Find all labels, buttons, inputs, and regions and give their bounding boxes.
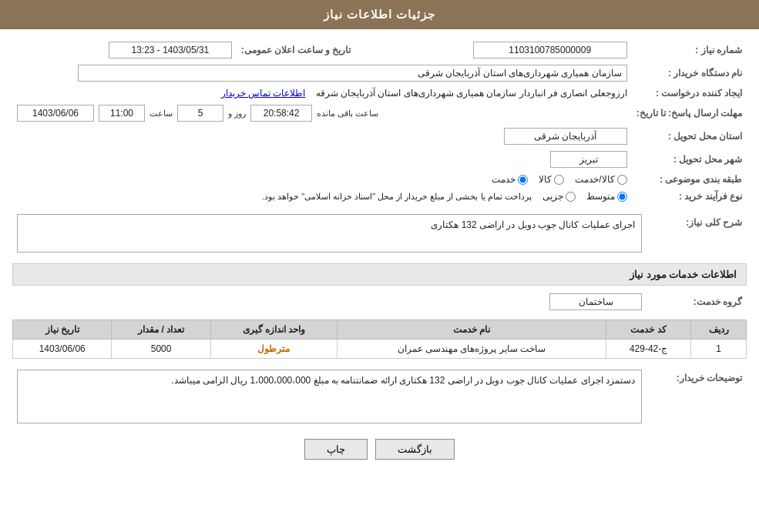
radio-medium-label: متوسط [586, 191, 615, 202]
city-label: شهر محل تحویل : [632, 148, 747, 171]
org-name-label: نام دستگاه خریدار : [632, 62, 747, 85]
radio-partial-item: جزیی [542, 191, 576, 202]
services-table: ردیف کد خدمت نام خدمت واحد اندازه گیری ت… [12, 320, 747, 359]
cell-unit: مترطول [210, 340, 337, 359]
radio-service[interactable] [518, 175, 528, 185]
radio-service-item: خدمت [492, 174, 528, 185]
city-box: تبریز [550, 151, 627, 168]
category-label: طبقه بندی موضوعی : [632, 171, 747, 188]
date-value: 1403/06/06 [17, 105, 94, 122]
announcement-label: تاریخ و ساعت اعلان عمومی: [237, 38, 355, 62]
radio-goods-label: کالا [539, 174, 552, 185]
cell-date: 1403/06/06 [13, 340, 112, 359]
province-value: آذربایجان شرقی [12, 125, 632, 148]
purchase-type-row: متوسط جزیی پرداخت تمام یا بخشی از مبلغ خ… [12, 188, 632, 205]
print-button[interactable]: چاپ [304, 439, 368, 460]
buyer-desc-box: دستمزد اجرای عملیات کانال جوب دوبل در ار… [17, 370, 642, 423]
col-qty: تعداد / مقدار [112, 320, 210, 340]
need-desc-table: شرح کلی نیاز: اجرای عملیات کانال جوب دوب… [12, 211, 747, 256]
buyer-desc-table: توضیحات خریدار: دستمزد اجرای عملیات کانا… [12, 366, 747, 427]
service-group-cell: ساختمان [12, 290, 646, 313]
radio-goods-service[interactable] [617, 175, 627, 185]
cell-name: ساخت سایر پروژه‌های مهندسی عمران [338, 340, 606, 359]
category-radios: کالا/خدمت کالا خدمت [12, 171, 632, 188]
need-desc-cell: اجرای عملیات کانال جوب دوبل در اراضی 132… [12, 211, 646, 256]
purchase-desc: پرداخت تمام یا بخشی از مبلغ خریدار از مح… [262, 192, 532, 202]
radio-goods-item: کالا [539, 174, 564, 185]
org-name-value: سازمان همیاری شهرداری‌های استان آذربایجا… [12, 62, 632, 85]
radio-partial[interactable] [566, 192, 576, 202]
radio-goods-service-item: کالا/خدمت [575, 174, 626, 185]
need-number-value: 1103100785000009 [355, 38, 631, 62]
service-group-value: ساختمان [549, 293, 642, 310]
service-group-label: گروه خدمت: [646, 290, 747, 313]
org-name-box: سازمان همیاری شهرداری‌های استان آذربایجا… [78, 65, 627, 82]
page-title: جزئیات اطلاعات نیاز [0, 0, 759, 29]
creator-label: ایجاد کننده درخواست : [632, 85, 747, 102]
col-unit: واحد اندازه گیری [210, 320, 337, 340]
province-box: آذربایجان شرقی [504, 128, 627, 145]
table-row: 1 ج-42-429 ساخت سایر پروژه‌های مهندسی عم… [13, 340, 747, 359]
day-label: روز و [228, 109, 246, 119]
cell-row: 1 [691, 340, 747, 359]
back-button[interactable]: بازگشت [375, 439, 455, 460]
radio-goods[interactable] [554, 175, 564, 185]
need-number-box: 1103100785000009 [473, 42, 627, 59]
page-wrapper: جزئیات اطلاعات نیاز شماره نیاز : 1103100… [0, 0, 759, 532]
service-group-table: گروه خدمت: ساختمان [12, 290, 747, 313]
cell-code: ج-42-429 [606, 340, 691, 359]
buyer-desc-label: توضیحات خریدار: [646, 366, 747, 427]
need-desc-box: اجرای عملیات کانال جوب دوبل در اراضی 132… [17, 214, 642, 253]
contact-link[interactable]: اطلاعات تماس خریدار [221, 88, 306, 99]
creator-text: ارزوجعلی انصاری فر انباردار سازمان همیار… [316, 88, 627, 99]
time-label: ساعت [149, 109, 173, 119]
radio-medium[interactable] [617, 192, 627, 202]
radio-medium-item: متوسط [586, 191, 627, 202]
col-row: ردیف [691, 320, 747, 340]
creator-value: ارزوجعلی انصاری فر انباردار سازمان همیار… [12, 85, 632, 102]
response-deadline-label: مهلت ارسال پاسخ: تا تاریخ: [632, 102, 747, 125]
remaining-value: 20:58:42 [250, 105, 312, 122]
need-number-label: شماره نیاز : [632, 38, 747, 62]
remaining-label: ساعت باقی مانده [317, 109, 378, 119]
radio-goods-service-label: کالا/خدمت [575, 174, 614, 185]
cell-qty: 5000 [112, 340, 210, 359]
purchase-type-label: نوع فرآیند خرید : [632, 188, 747, 205]
radio-partial-label: جزیی [542, 191, 563, 202]
col-name: نام خدمت [338, 320, 606, 340]
services-section-header: اطلاعات خدمات مورد نیاز [12, 263, 747, 286]
info-table: شماره نیاز : 1103100785000009 تاریخ و سا… [12, 38, 747, 205]
need-desc-label: شرح کلی نیاز: [646, 211, 747, 256]
buyer-desc-cell: دستمزد اجرای عملیات کانال جوب دوبل در ار… [12, 366, 646, 427]
response-deadline-row: ساعت باقی مانده 20:58:42 روز و 5 ساعت 11… [12, 102, 632, 125]
announcement-box: 1403/05/31 - 13:23 [109, 42, 232, 59]
col-code: کد خدمت [606, 320, 691, 340]
col-date: تاریخ نیاز [13, 320, 112, 340]
bottom-buttons: بازگشت چاپ [12, 439, 747, 460]
province-label: استان محل تحویل : [632, 125, 747, 148]
day-value: 5 [177, 105, 223, 122]
time-value: 11:00 [99, 105, 145, 122]
radio-service-label: خدمت [492, 174, 516, 185]
main-content: شماره نیاز : 1103100785000009 تاریخ و سا… [0, 29, 759, 481]
announcement-value: 1403/05/31 - 13:23 [12, 38, 237, 62]
city-value: تبریز [12, 148, 632, 171]
